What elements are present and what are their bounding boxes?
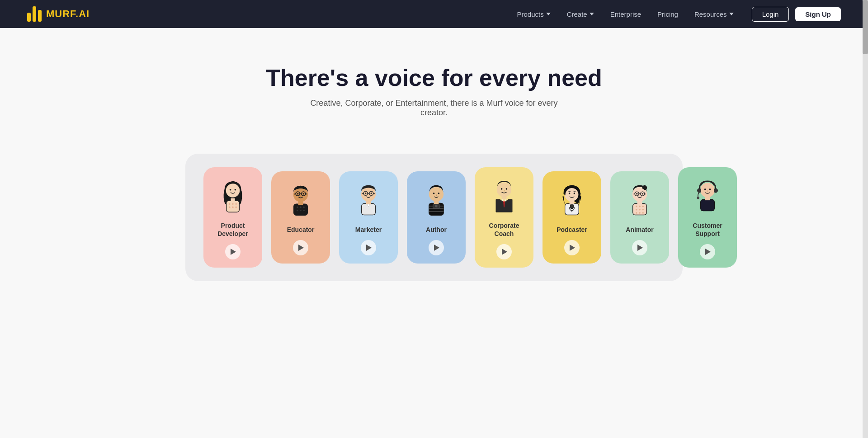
persona-card-product-developer: Product Developer (203, 167, 262, 268)
nav-pricing[interactable]: Pricing (657, 10, 678, 18)
svg-point-93 (714, 188, 718, 193)
svg-point-27 (303, 210, 305, 212)
scrollbar-thumb[interactable] (863, 0, 868, 54)
persona-card-customer-support: Customer Support (678, 167, 737, 268)
svg-point-1 (226, 184, 240, 198)
hero-title: There's a voice for every need (9, 64, 859, 91)
svg-point-5 (229, 203, 231, 205)
svg-point-86 (642, 209, 644, 211)
svg-point-22 (297, 207, 298, 208)
svg-point-59 (574, 193, 576, 194)
svg-point-83 (642, 206, 644, 207)
nav-products-chevron-icon (546, 13, 551, 15)
svg-point-37 (371, 193, 373, 194)
svg-rect-98 (701, 199, 715, 211)
logo-text: MURF.AI (46, 8, 90, 20)
navbar: MURF.AI Products Create Enterprise Prici… (0, 0, 868, 28)
nav-resources-label: Resources (694, 10, 727, 18)
svg-point-7 (235, 203, 237, 205)
nav-resources[interactable]: Resources (694, 10, 734, 18)
persona-name-podcaster: Podcaster (557, 226, 587, 234)
svg-point-10 (235, 207, 237, 208)
svg-point-79 (642, 193, 644, 195)
play-button-customer-support[interactable] (700, 244, 715, 259)
persona-card-educator: Educator (271, 171, 330, 264)
persona-name-animator: Animator (626, 226, 653, 234)
svg-rect-69 (570, 201, 575, 204)
svg-point-43 (438, 193, 440, 194)
play-icon (705, 249, 711, 255)
persona-name-customer-support: Customer Support (684, 221, 731, 238)
svg-point-82 (639, 206, 641, 207)
play-icon (231, 249, 236, 255)
login-button[interactable]: Login (752, 7, 789, 22)
persona-avatar-customer-support (687, 176, 728, 217)
svg-line-34 (362, 193, 364, 194)
logo[interactable]: MURF.AI (27, 6, 90, 22)
hero-subtitle: Creative, Corporate, or Entertainment, t… (298, 99, 570, 118)
svg-rect-28 (298, 202, 303, 205)
nav-pricing-label: Pricing (657, 10, 678, 18)
svg-point-24 (303, 207, 305, 208)
persona-card-animator: Animator (610, 171, 669, 264)
svg-point-8 (229, 207, 231, 208)
svg-point-2 (230, 189, 231, 191)
persona-card-author: Author (407, 171, 466, 264)
svg-point-6 (232, 203, 234, 205)
play-icon (502, 249, 507, 255)
svg-point-42 (433, 193, 435, 194)
play-icon (366, 245, 372, 251)
cards-container: Product Developer (185, 154, 683, 281)
svg-point-9 (232, 207, 234, 208)
svg-point-20 (303, 193, 305, 195)
nav-resources-chevron-icon (729, 13, 734, 15)
play-icon (570, 245, 575, 251)
svg-point-87 (636, 212, 637, 214)
svg-line-17 (294, 194, 296, 194)
navbar-actions: Login Sign Up (752, 7, 841, 22)
svg-line-18 (306, 194, 307, 194)
play-button-educator[interactable] (293, 240, 308, 255)
svg-point-94 (697, 197, 699, 199)
hero-section: There's a voice for every need Creative,… (0, 28, 868, 136)
svg-point-96 (704, 188, 706, 190)
svg-point-85 (639, 209, 641, 211)
nav-enterprise-label: Enterprise (610, 10, 641, 18)
scrollbar[interactable] (863, 0, 868, 438)
nav-create-chevron-icon (590, 13, 594, 15)
svg-point-81 (636, 206, 637, 207)
nav-create[interactable]: Create (567, 10, 594, 18)
svg-point-19 (297, 193, 299, 195)
signup-button[interactable]: Sign Up (795, 7, 841, 21)
persona-card-corporate-coach: Corporate Coach (475, 167, 533, 268)
svg-point-97 (709, 188, 711, 190)
play-icon (637, 245, 643, 251)
persona-avatar-podcaster (552, 180, 592, 221)
play-button-product-developer[interactable] (225, 244, 241, 259)
nav-enterprise[interactable]: Enterprise (610, 10, 641, 18)
svg-point-78 (636, 193, 638, 195)
persona-avatar-author (416, 180, 457, 221)
svg-point-58 (569, 193, 571, 194)
persona-name-marketer: Marketer (355, 226, 382, 234)
play-button-podcaster[interactable] (564, 240, 580, 255)
play-button-animator[interactable] (632, 240, 647, 255)
persona-card-podcaster: Podcaster (542, 171, 601, 264)
logo-icon (27, 6, 42, 22)
play-icon (298, 245, 304, 251)
svg-line-76 (634, 194, 635, 194)
svg-point-49 (435, 205, 437, 207)
logo-bar-3 (38, 10, 42, 22)
persona-card-marketer: Marketer (339, 171, 398, 264)
nav-products[interactable]: Products (517, 10, 550, 18)
svg-point-88 (639, 212, 641, 214)
play-button-corporate-coach[interactable] (496, 244, 512, 259)
svg-rect-50 (434, 201, 439, 204)
logo-bar-1 (27, 13, 31, 22)
play-icon (434, 245, 439, 251)
svg-point-53 (501, 188, 503, 190)
svg-point-25 (297, 210, 298, 212)
persona-name-author: Author (426, 226, 447, 234)
play-button-marketer[interactable] (361, 240, 376, 255)
play-button-author[interactable] (429, 240, 444, 255)
